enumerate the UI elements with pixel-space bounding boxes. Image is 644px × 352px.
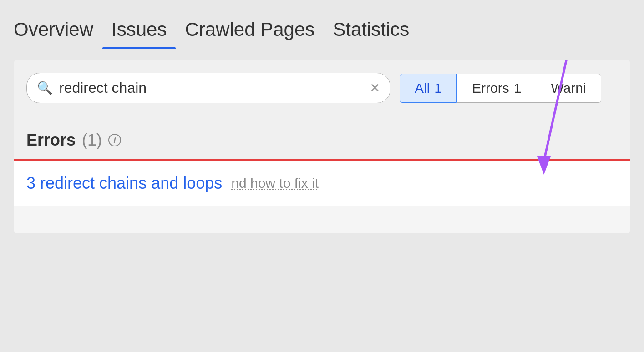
filter-warnings-button[interactable]: Warni	[536, 74, 601, 103]
section-title: Errors	[26, 131, 76, 150]
search-box[interactable]: 🔍 ✕	[26, 73, 390, 103]
tab-statistics[interactable]: Statistics	[324, 19, 418, 49]
filter-row: 🔍 ✕ All 1 Errors 1 Warni	[26, 73, 618, 103]
filter-errors-button[interactable]: Errors 1	[457, 74, 536, 103]
issue-link[interactable]: 3 redirect chains and loops	[26, 174, 222, 193]
issue-fix-text[interactable]: nd how to fix it	[231, 176, 319, 191]
main-content: 🔍 ✕ All 1 Errors 1 Warni	[0, 49, 644, 244]
search-input[interactable]	[59, 80, 363, 96]
section-header: Errors (1) i	[14, 116, 630, 159]
section-count: (1)	[82, 131, 102, 150]
search-icon: 🔍	[37, 80, 53, 96]
tab-bar: Overview Issues Crawled Pages Statistics	[0, 0, 644, 49]
clear-search-button[interactable]: ✕	[370, 80, 380, 96]
issue-row: 3 redirect chains and loops nd how to fi…	[14, 161, 630, 206]
filter-all-button[interactable]: All 1	[400, 74, 457, 103]
tab-overview[interactable]: Overview	[14, 19, 102, 49]
issues-panel: 🔍 ✕ All 1 Errors 1 Warni	[14, 60, 630, 233]
tab-crawled-pages[interactable]: Crawled Pages	[176, 19, 324, 49]
filter-buttons: All 1 Errors 1 Warni	[400, 74, 601, 103]
filter-panel: 🔍 ✕ All 1 Errors 1 Warni	[14, 60, 630, 116]
info-icon[interactable]: i	[108, 134, 121, 146]
tab-issues[interactable]: Issues	[102, 19, 176, 49]
bottom-spacer	[14, 206, 630, 233]
